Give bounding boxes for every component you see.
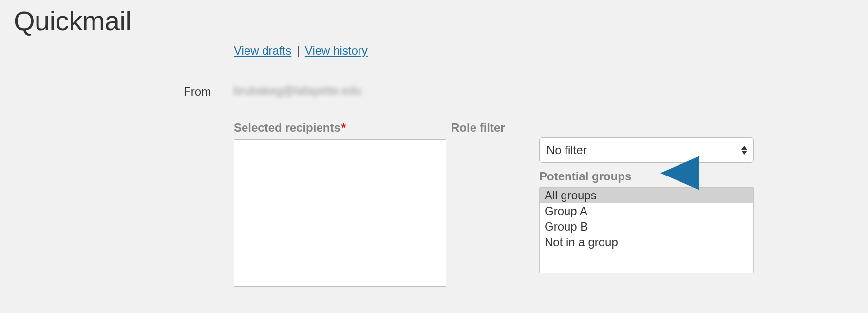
potential-groups-list: All groupsGroup AGroup BNot in a group [540, 188, 753, 250]
selected-recipients-text: Selected recipients [234, 121, 340, 134]
view-history-link[interactable]: View history [305, 44, 368, 57]
view-drafts-link[interactable]: View drafts [234, 44, 291, 57]
link-separator: | [297, 44, 300, 57]
potential-groups-option[interactable]: All groups [540, 188, 753, 203]
potential-groups-option[interactable]: Not in a group [540, 235, 753, 250]
from-value: brubakeg@lafayette.edu [234, 84, 361, 98]
selected-recipients-listbox[interactable] [234, 139, 446, 287]
from-label: From [184, 85, 211, 98]
links-row: View drafts | View history [234, 44, 368, 58]
role-filter-select[interactable]: No filter [539, 137, 754, 163]
required-marker: * [341, 121, 346, 134]
role-filter-label: Role filter [451, 121, 505, 135]
select-arrows-icon [741, 146, 747, 155]
potential-groups-option[interactable]: Group B [540, 219, 753, 235]
potential-groups-listbox[interactable]: All groupsGroup AGroup BNot in a group [539, 187, 754, 273]
selected-recipients-label: Selected recipients* [234, 121, 346, 135]
potential-groups-label: Potential groups [539, 170, 631, 183]
page-title: Quickmail [14, 5, 131, 37]
potential-groups-option[interactable]: Group A [540, 203, 753, 219]
role-filter-value: No filter [547, 143, 587, 157]
